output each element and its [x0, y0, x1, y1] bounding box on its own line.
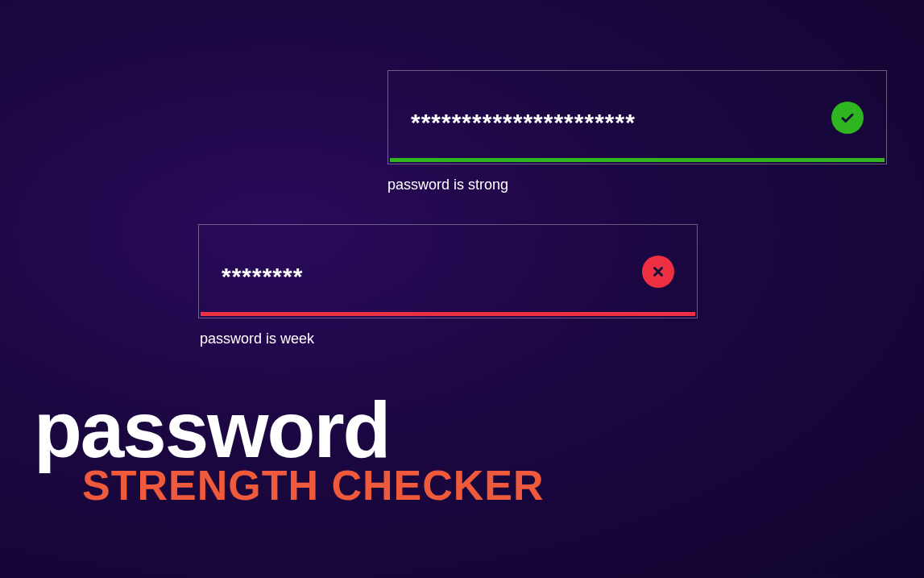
password-mask: ********	[222, 264, 303, 289]
check-icon	[831, 102, 864, 134]
status-text-strong: password is strong	[387, 177, 508, 193]
strength-bar	[201, 312, 695, 316]
page-title: password STRENGTH CHECKER	[34, 393, 545, 509]
strength-bar	[390, 158, 885, 162]
password-input-strong[interactable]: **********************	[387, 70, 887, 164]
title-sub: STRENGTH CHECKER	[82, 461, 545, 509]
password-mask: **********************	[411, 110, 636, 135]
close-icon	[642, 256, 674, 288]
status-text-weak: password is week	[200, 331, 314, 347]
title-main: password	[34, 393, 545, 468]
password-input-weak[interactable]: ********	[198, 224, 698, 318]
